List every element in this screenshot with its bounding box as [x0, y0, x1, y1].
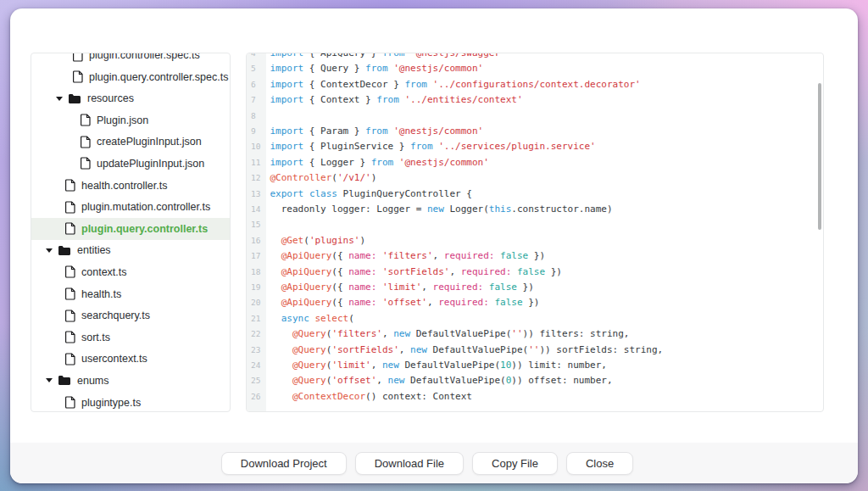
tree-item-label: Plugin.json [97, 114, 148, 126]
tree-item-health-ts[interactable]: health.ts [31, 283, 230, 305]
code-line: 17 @ApiQuery({ name: 'filters', required… [247, 248, 823, 263]
code-line: 10import { PluginService } from '../serv… [247, 139, 823, 154]
tree-item-label: health.controller.ts [81, 180, 167, 192]
line-number: 19 [247, 282, 266, 292]
tree-item-createplugininput-json[interactable]: createPluginInput.json [31, 131, 230, 153]
tree-item-label: health.ts [81, 288, 121, 300]
tree-item-label: sort.ts [81, 332, 110, 343]
code-line: 21 async select( [247, 310, 823, 326]
tree-item-label: plugin.query.controller.spec.ts [89, 71, 228, 83]
file-icon [65, 310, 75, 322]
code-line: 9import { Param } from '@nestjs/common' [247, 123, 823, 138]
line-number: 23 [247, 345, 266, 354]
file-icon [65, 287, 75, 300]
code-text: @Query('limit', new DefaultValuePipe(10)… [266, 360, 607, 371]
file-icon [81, 136, 91, 148]
code-line: 5import { Query } from '@nestjs/common' [247, 61, 823, 76]
line-number: 10 [247, 142, 266, 151]
code-lines: 4import { ApiQuery } from '@nestjs/swagg… [247, 53, 823, 404]
line-number: 26 [247, 392, 266, 401]
line-number: 21 [247, 314, 266, 323]
scrollbar-thumb[interactable] [818, 83, 821, 230]
tree-item-plugintype-ts[interactable]: plugintype.ts [31, 392, 230, 412]
code-line: 15 [247, 217, 823, 232]
tree-item-plugin-controller-spec-ts[interactable]: plugin.controller.spec.ts [31, 53, 230, 66]
line-number: 13 [247, 189, 266, 198]
tree-item-label: plugintype.ts [81, 397, 141, 409]
tree-item-plugin-mutation-controller-ts[interactable]: plugin.mutation.controller.ts [31, 196, 230, 218]
tree-item-searchquery-ts[interactable]: searchquery.ts [31, 304, 230, 326]
folder-icon [58, 375, 71, 386]
file-icon [65, 331, 75, 343]
file-icon [81, 114, 91, 126]
line-number: 25 [247, 376, 266, 385]
code-text: export class PluginQueryController { [266, 188, 472, 199]
line-number: 17 [247, 251, 266, 260]
code-text: @Query('offset', new DefaultValuePipe(0)… [266, 375, 613, 386]
code-text: import { ContextDecor } from '../configu… [266, 79, 641, 90]
tree-item-health-controller-ts[interactable]: health.controller.ts [31, 175, 230, 197]
line-number: 6 [247, 80, 266, 89]
tree-item-plugin-json[interactable]: Plugin.json [31, 109, 230, 131]
code-line: 26 @ContextDecor() context: Context [247, 388, 823, 404]
folder-icon [58, 245, 71, 256]
code-line: 8 [247, 108, 823, 123]
tree-item-label: entities [77, 244, 111, 256]
code-text: @Query('filters', new DefaultValuePipe('… [266, 328, 629, 339]
code-line: 18 @ApiQuery({ name: 'sortFields', requi… [247, 264, 823, 279]
file-icon [65, 396, 75, 409]
code-line: 4import { ApiQuery } from '@nestjs/swagg… [247, 53, 823, 61]
caret-down-icon [46, 378, 53, 382]
tree-item-usercontext-ts[interactable]: usercontext.ts [31, 349, 230, 371]
tree-item-enums[interactable]: enums [31, 370, 230, 392]
code-line: 25 @Query('offset', new DefaultValuePipe… [247, 373, 823, 388]
code-line: 7import { Context } from '../entities/co… [247, 92, 823, 108]
file-icon [65, 179, 75, 192]
tree-item-entities[interactable]: entities [31, 240, 230, 262]
footer-buttons: Download ProjectDownload FileCopy FileCl… [221, 452, 633, 475]
tree-item-plugin-query-controller-spec-ts[interactable]: plugin.query.controller.spec.ts [31, 66, 230, 88]
code-line: 13export class PluginQueryController { [247, 186, 823, 201]
copy-file-button[interactable]: Copy File [472, 452, 558, 475]
tree-item-label: resources [87, 92, 134, 104]
download-project-button[interactable]: Download Project [221, 452, 347, 475]
tree-item-label: plugin.mutation.controller.ts [81, 201, 210, 213]
tree-item-label: updatePluginInput.json [97, 158, 204, 170]
line-number: 9 [247, 126, 266, 136]
tree-item-updateplugininput-json[interactable]: updatePluginInput.json [31, 153, 230, 175]
close-button[interactable]: Close [566, 452, 633, 475]
tree-item-plugin-query-controller-ts[interactable]: plugin.query.controller.ts [31, 218, 230, 240]
line-number: 14 [247, 204, 266, 214]
code-panel: 4import { ApiQuery } from '@nestjs/swagg… [246, 53, 824, 412]
code-text: readonly logger: Logger = new Logger(thi… [266, 204, 613, 215]
caret-down-icon [46, 248, 53, 253]
modal-footer: Download ProjectDownload FileCopy FileCl… [10, 443, 858, 483]
tree-item-resources[interactable]: resources [31, 87, 230, 109]
file-icon [65, 265, 75, 278]
code-text: async select( [266, 313, 354, 324]
line-number: 7 [247, 95, 266, 104]
file-icon [73, 53, 83, 62]
line-number: 15 [247, 220, 266, 229]
download-file-button[interactable]: Download File [355, 452, 464, 475]
line-number: 8 [247, 111, 266, 120]
code-text: @Get('plugins') [266, 235, 365, 246]
code-text: import { Context } from '../entities/con… [266, 94, 523, 105]
code-line: 14 readonly logger: Logger = new Logger(… [247, 201, 823, 216]
tree-item-label: searchquery.ts [81, 310, 150, 321]
line-number: 5 [247, 64, 266, 73]
file-icon [65, 201, 75, 214]
code-text: @ApiQuery({ name: 'offset', required: fa… [266, 297, 539, 308]
code-text: @ApiQuery({ name: 'sortFields', required… [266, 266, 562, 277]
code-text: @ApiQuery({ name: 'filters', required: f… [266, 250, 545, 261]
tree-item-label: context.ts [81, 266, 127, 278]
file-viewer-modal: plugin.controller.spec.tsplugin.query.co… [10, 8, 858, 483]
line-number: 11 [247, 158, 266, 167]
line-number: 22 [247, 329, 266, 338]
line-number: 12 [247, 173, 266, 182]
tree-item-context-ts[interactable]: context.ts [31, 261, 230, 283]
code-text: @ContextDecor() context: Context [266, 391, 472, 402]
code-text: import { Logger } from '@nestjs/common' [266, 157, 489, 168]
tree-item-sort-ts[interactable]: sort.ts [31, 326, 230, 349]
code-text: @Controller('/v1/') [266, 172, 376, 183]
